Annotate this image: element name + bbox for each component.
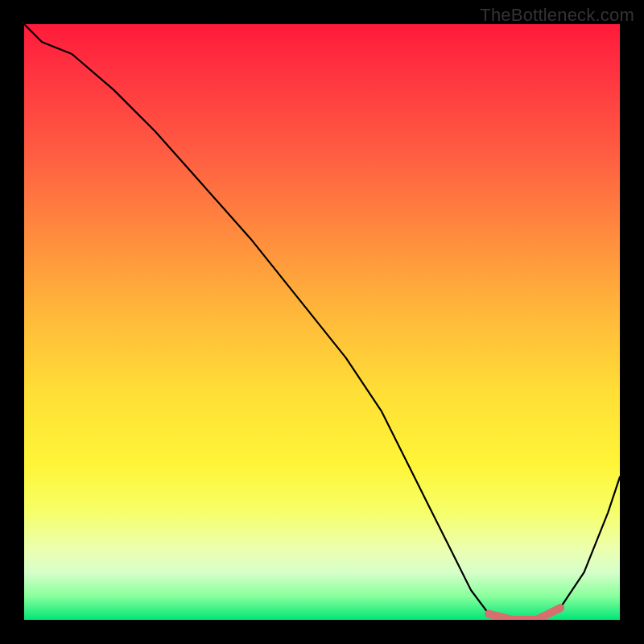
watermark-text: TheBottleneck.com — [480, 5, 634, 26]
bottleneck-curve-path — [24, 24, 620, 620]
curve-svg — [24, 24, 620, 620]
chart-frame: TheBottleneck.com — [0, 0, 644, 644]
plot-area — [24, 24, 620, 620]
flat-minimum-highlight — [489, 608, 560, 620]
